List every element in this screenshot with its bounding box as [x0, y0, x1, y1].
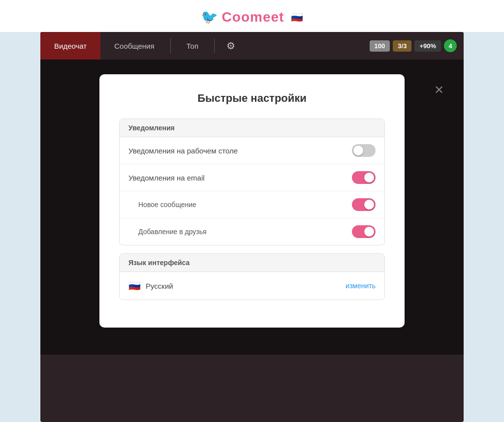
score-badge: 100 — [370, 40, 390, 52]
email-notifications-toggle[interactable] — [352, 171, 376, 184]
add-friend-row: Добавление в друзья — [120, 218, 384, 245]
logo-area: 🐦 Coomeet 🇷🇺 — [201, 9, 304, 25]
logo-flag: 🇷🇺 — [291, 11, 303, 23]
settings-gear-icon[interactable]: ⚙ — [217, 40, 245, 52]
site-header: 🐦 Coomeet 🇷🇺 — [0, 0, 504, 32]
nav-divider — [170, 38, 171, 53]
desktop-notifications-slider — [352, 144, 376, 157]
email-notifications-slider — [352, 171, 376, 184]
new-message-label: Новое сообщение — [128, 201, 196, 209]
add-friend-label: Добавление в друзья — [128, 228, 207, 236]
desktop-notifications-label: Уведомления на рабочем столе — [128, 147, 238, 155]
language-left: 🇷🇺 Русский — [128, 280, 173, 292]
logo-bird-icon: 🐦 — [201, 9, 218, 25]
notifications-section-header: Уведомления — [120, 119, 384, 137]
language-section-header: Язык интерфейса — [120, 254, 384, 272]
language-flag: 🇷🇺 — [128, 280, 141, 292]
new-message-toggle[interactable] — [352, 198, 376, 211]
add-friend-slider — [352, 225, 376, 238]
modal-overlay: Быстрые настройки Уведомления Уведомлени… — [40, 60, 464, 355]
nav-label-messages: Сообщения — [114, 42, 154, 50]
nav-divider-2 — [214, 38, 215, 53]
language-row: 🇷🇺 Русский изменить — [120, 272, 384, 300]
nav-item-top[interactable]: Топ — [173, 32, 212, 60]
ratio-badge: 3/3 — [393, 40, 411, 52]
app-container: Видеочат Сообщения Топ ⚙ 100 3/3 +90% 4 … — [40, 32, 464, 422]
nav-label-videochat: Видеочат — [54, 42, 87, 50]
notifications-section: Уведомления Уведомления на рабочем столе… — [119, 119, 385, 245]
modal-title: Быстрые настройки — [119, 92, 385, 105]
nav-right-badges: 100 3/3 +90% 4 — [370, 39, 464, 52]
content-area: ✕ Верификация личного аккаунта Начать ве… — [40, 60, 464, 355]
email-notifications-label: Уведомления на email — [128, 174, 205, 182]
quick-settings-modal: Быстрые настройки Уведомления Уведомлени… — [99, 74, 405, 328]
percent-badge: +90% — [414, 40, 441, 52]
nav-item-videochat[interactable]: Видеочат — [40, 32, 100, 60]
add-friend-toggle[interactable] — [352, 225, 376, 238]
language-section: Язык интерфейса 🇷🇺 Русский изменить — [119, 253, 385, 300]
nav-label-top: Топ — [187, 42, 198, 50]
language-name: Русский — [146, 282, 173, 290]
desktop-notifications-row: Уведомления на рабочем столе — [120, 137, 384, 164]
navbar: Видеочат Сообщения Топ ⚙ 100 3/3 +90% 4 — [40, 32, 464, 60]
email-notifications-row: Уведомления на email — [120, 164, 384, 191]
desktop-notifications-toggle[interactable] — [352, 144, 376, 157]
new-message-slider — [352, 198, 376, 211]
language-change-button[interactable]: изменить — [346, 282, 376, 290]
nav-item-messages[interactable]: Сообщения — [100, 32, 168, 60]
count-badge: 4 — [444, 39, 457, 52]
logo-text: Coomeet — [222, 9, 284, 25]
new-message-row: Новое сообщение — [120, 191, 384, 218]
